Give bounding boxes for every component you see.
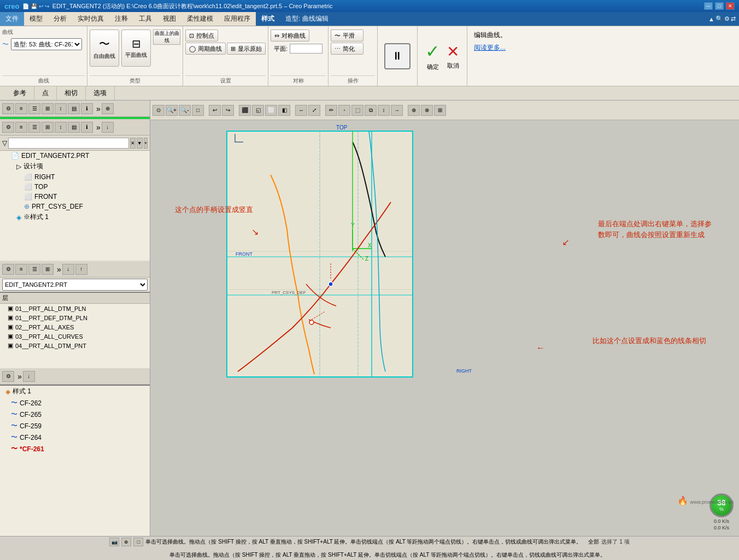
menu-annotation[interactable]: 注释: [109, 12, 133, 26]
menu-apps[interactable]: 应用程序: [219, 12, 256, 26]
curve-item-0[interactable]: 〜 CF-262: [0, 397, 150, 409]
control-point-button[interactable]: ⊡ 控制点: [185, 30, 218, 42]
curve-tb-icon2[interactable]: ↓: [23, 371, 35, 382]
sketch-btn4[interactable]: ⧉: [365, 105, 377, 116]
zoom-in-button[interactable]: 🔍+: [166, 105, 178, 116]
tab-options[interactable]: 选项: [86, 86, 115, 100]
menu-tools[interactable]: 工具: [133, 12, 157, 26]
curve-item-2[interactable]: 〜 CF-259: [0, 420, 150, 432]
tree-action-icon[interactable]: ⊕: [102, 103, 114, 114]
status-icon-3[interactable]: □: [133, 538, 143, 546]
tree-tb2-action-icon[interactable]: ↓: [102, 122, 114, 133]
action-btn1[interactable]: ⊕: [408, 105, 420, 116]
sketch-btn6[interactable]: →: [391, 105, 403, 116]
layer-item-4[interactable]: ▣ 03__PRT_ALL_CURVES: [0, 332, 150, 341]
tree-tb2-icon1[interactable]: ⚙: [2, 122, 14, 133]
tree-top-item[interactable]: ⬜ TOP: [0, 182, 150, 192]
menu-style[interactable]: 样式: [256, 12, 280, 26]
pause-button[interactable]: ⏸: [384, 43, 410, 69]
cancel-button[interactable]: ✕ 取消: [447, 43, 459, 70]
view-orient-btn[interactable]: ↔: [295, 105, 307, 116]
plane-sym-input[interactable]: [290, 44, 322, 54]
layer-tb-icon4[interactable]: ⊞: [42, 264, 54, 275]
menu-file[interactable]: 文件: [0, 12, 24, 26]
tree-tb2-icon2[interactable]: ≡: [15, 122, 27, 133]
curve-item-4[interactable]: 〜 *CF-261: [0, 443, 150, 455]
maximize-button[interactable]: □: [715, 2, 724, 10]
curve-tb-icon1[interactable]: ⚙: [2, 371, 14, 382]
sketch-btn5[interactable]: ↕: [378, 105, 390, 116]
close-button[interactable]: ✕: [726, 2, 735, 10]
nav-settings-icon[interactable]: ⚙: [724, 15, 730, 22]
tree-sort-icon[interactable]: ↕: [55, 103, 67, 114]
menu-view[interactable]: 视图: [157, 12, 181, 26]
display-mode-btn1[interactable]: ⬛: [239, 105, 251, 116]
tab-tangent[interactable]: 相切: [57, 86, 86, 100]
simplify-button[interactable]: ⋯ 简化: [331, 43, 363, 55]
tree-expand-icon[interactable]: »: [96, 104, 101, 113]
menu-analysis[interactable]: 分析: [48, 12, 72, 26]
sketch-btn3[interactable]: ⬚: [351, 105, 363, 116]
surface-curve-button[interactable]: 曲面上的曲线: [153, 30, 180, 45]
layer-tb-icon5[interactable]: ↓: [62, 264, 74, 275]
drawing-area[interactable]: X Y Z: [150, 120, 739, 536]
layer-item-1[interactable]: ▣ 01__PRT_ALL_DTM_PLN: [0, 304, 150, 313]
menu-shaping[interactable]: 造型: 曲线编辑: [280, 12, 334, 26]
tree-tb2-icon4[interactable]: ⊞: [42, 122, 54, 133]
tree-front-item[interactable]: ⬜ FRONT: [0, 192, 150, 202]
free-curve-button[interactable]: 〜 自由曲线: [90, 30, 119, 67]
zoom-window-button[interactable]: □: [192, 105, 204, 116]
layer-tb-icon2[interactable]: ≡: [15, 264, 27, 275]
search-input[interactable]: [8, 138, 129, 149]
tree-tb2-icon7[interactable]: ℹ: [81, 122, 93, 133]
tree-tb2-icon6[interactable]: ▤: [68, 122, 80, 133]
show-origin-button[interactable]: ⊞ 显示原始: [227, 43, 266, 55]
zoom-fit-button[interactable]: ⊙: [153, 105, 165, 116]
menu-flex[interactable]: 柔性建模: [181, 12, 219, 26]
tree-list-icon[interactable]: ☰: [28, 103, 40, 114]
nav-search-icon[interactable]: 🔍: [715, 15, 723, 22]
tree-tb2-icon3[interactable]: ☰: [28, 122, 40, 133]
undo-view-button[interactable]: ↩: [209, 105, 221, 116]
plane-curve-button[interactable]: ⊟ 平面曲线: [121, 30, 151, 67]
tree-info-icon[interactable]: ℹ: [81, 103, 93, 114]
read-more-link[interactable]: 阅读更多...: [474, 43, 732, 52]
tree-grid-icon[interactable]: ⊞: [42, 103, 54, 114]
action-btn3[interactable]: ⊞: [434, 105, 446, 116]
tree-style-item[interactable]: ◈ ※样式 1: [0, 211, 150, 223]
curve-item-1[interactable]: 〜 CF-265: [0, 409, 150, 420]
display-mode-btn4[interactable]: ◧: [278, 105, 290, 116]
sketch-btn2[interactable]: ◦: [338, 105, 350, 116]
search-dropdown-button[interactable]: ▼: [137, 138, 143, 149]
sketch-btn1[interactable]: ✏: [325, 105, 337, 116]
smooth-button[interactable]: 〜 平滑: [331, 30, 363, 42]
select-all[interactable]: 全部: [584, 538, 599, 546]
curve-expand-icon[interactable]: »: [17, 372, 22, 381]
tree-filter-icon[interactable]: ≡: [15, 103, 27, 114]
status-icon-1[interactable]: 📷: [109, 538, 119, 546]
zoom-out-button[interactable]: 🔍-: [179, 105, 191, 116]
tree-root-item[interactable]: 📄 EDIT_TANGENT2.PRT: [0, 151, 150, 161]
search-add-button[interactable]: +: [144, 138, 148, 149]
tab-point[interactable]: 点: [34, 86, 57, 100]
tree-tb2-icon5[interactable]: ↕: [55, 122, 67, 133]
tab-reference[interactable]: 参考: [5, 86, 34, 100]
tree-right-item[interactable]: ⬜ RIGHT: [0, 172, 150, 182]
tree-design-item[interactable]: ▷ 设计项: [0, 161, 150, 172]
curve-select[interactable]: 造型: 53: 曲线: CF-261: [11, 38, 82, 50]
layer-tb-icon6[interactable]: ↑: [75, 264, 87, 275]
confirm-button[interactable]: ✓ 确定: [425, 41, 440, 71]
action-btn2[interactable]: ⊗: [421, 105, 433, 116]
layer-item-2[interactable]: ▣ 01__PRT_DEF_DTM_PLN: [0, 313, 150, 322]
tree-settings-icon[interactable]: ⚙: [2, 103, 14, 114]
search-clear-button[interactable]: ✕: [130, 138, 136, 149]
display-mode-btn2[interactable]: ◱: [252, 105, 264, 116]
layer-tb-icon1[interactable]: ⚙: [2, 264, 14, 275]
layer-expand-icon[interactable]: »: [57, 265, 61, 274]
status-icon-2[interactable]: ⊕: [121, 538, 131, 546]
circle-curve-button[interactable]: ◯ 周期曲线: [185, 43, 226, 55]
menu-simulation[interactable]: 实时仿真: [72, 12, 109, 26]
nav-arrows-icon[interactable]: ⇄: [731, 15, 736, 22]
minimize-button[interactable]: ─: [704, 2, 713, 10]
layer-item-3[interactable]: ▣ 02__PRT_ALL_AXES: [0, 322, 150, 332]
